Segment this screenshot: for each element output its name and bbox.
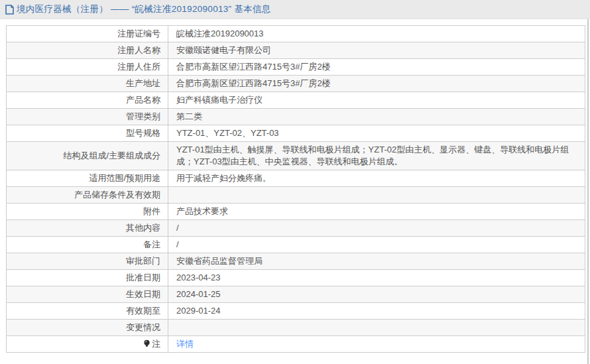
row-label: 附件 xyxy=(7,204,168,220)
row-label: 产品储存条件及有效期 xyxy=(7,187,168,204)
row-value: 2024-01-25 xyxy=(168,286,585,303)
device-info-table: 注册证编号 皖械注准20192090013 注册人名称 安徽颐诺健电子有限公司 … xyxy=(6,25,585,353)
row-value: 用于减轻产妇分娩疼痛。 xyxy=(168,170,585,187)
row-value xyxy=(168,320,585,336)
row-value: 2029-01-24 xyxy=(168,303,585,320)
row-label: 结构及组成/主要组成成分 xyxy=(7,142,168,170)
table-row: 生效日期 2024-01-25 xyxy=(7,286,585,303)
table-row: 注册人住所 合肥市高新区望江西路4715号3#厂房2楼 xyxy=(7,59,585,76)
row-label: 注 xyxy=(7,336,168,353)
document-icon xyxy=(5,5,14,15)
registration-detail-page: 境内医疗器械（注册） —— “皖械注准20192090013” 基本信息 注册证… xyxy=(0,0,590,364)
row-value: 合肥市高新区望江西路4715号3#厂房2楼 xyxy=(168,76,585,92)
table-row: 结构及组成/主要组成成分 YZT-01型由主机、触摸屏、导联线和电极片组成；YZ… xyxy=(7,142,585,170)
table-row: 变更情况 xyxy=(7,320,585,336)
row-value: 详情 xyxy=(168,336,585,353)
row-value: 产品技术要求 xyxy=(168,204,585,220)
row-value: YTZ-01、YZT-02、YZT-03 xyxy=(168,125,585,142)
table-row: 其他内容 / xyxy=(7,220,585,237)
row-label: 生效日期 xyxy=(7,286,168,303)
row-label: 注册人名称 xyxy=(7,42,168,59)
row-label: 审批部门 xyxy=(7,253,168,270)
table-row: 产品名称 妇产科镇痛电子治疗仪 xyxy=(7,92,585,109)
row-value: YZT-01型由主机、触摸屏、导联线和电极片组成；YZT-02型由主机、显示器、… xyxy=(168,142,585,170)
row-value: 合肥市高新区望江西路4715号3#厂房2楼 xyxy=(168,59,585,76)
note-label: 注 xyxy=(152,339,160,349)
row-value: 安徽省药品监督管理局 xyxy=(168,253,585,270)
row-label: 注册人住所 xyxy=(7,59,168,76)
row-label: 备注 xyxy=(7,237,168,253)
info-table-container: 注册证编号 皖械注准20192090013 注册人名称 安徽颐诺健电子有限公司 … xyxy=(0,19,590,353)
row-label: 批准日期 xyxy=(7,270,168,286)
table-row: 审批部门 安徽省药品监督管理局 xyxy=(7,253,585,270)
row-label: 管理类别 xyxy=(7,109,168,125)
row-label: 适用范围/预期用途 xyxy=(7,170,168,187)
table-row: 注册证编号 皖械注准20192090013 xyxy=(7,26,585,42)
table-row: 产品储存条件及有效期 xyxy=(7,187,585,204)
table-row: 管理类别 第二类 xyxy=(7,109,585,125)
row-value: 妇产科镇痛电子治疗仪 xyxy=(168,92,585,109)
table-row: 附件 产品技术要求 xyxy=(7,204,585,220)
page-header: 境内医疗器械（注册） —— “皖械注准20192090013” 基本信息 xyxy=(0,0,590,19)
row-label: 生产地址 xyxy=(7,76,168,92)
lightbulb-icon xyxy=(143,339,150,348)
row-value xyxy=(168,187,585,204)
row-label: 变更情况 xyxy=(7,320,168,336)
row-label: 产品名称 xyxy=(7,92,168,109)
row-label: 有效期至 xyxy=(7,303,168,320)
table-row: 注 详情 xyxy=(7,336,585,353)
page-right-edge xyxy=(587,19,589,364)
row-value: 安徽颐诺健电子有限公司 xyxy=(168,42,585,59)
table-row: 适用范围/预期用途 用于减轻产妇分娩疼痛。 xyxy=(7,170,585,187)
row-value: / xyxy=(168,237,585,253)
row-label: 注册证编号 xyxy=(7,26,168,42)
table-row: 注册人名称 安徽颐诺健电子有限公司 xyxy=(7,42,585,59)
row-label: 其他内容 xyxy=(7,220,168,237)
table-row: 备注 / xyxy=(7,237,585,253)
page-title: 境内医疗器械（注册） —— “皖械注准20192090013” 基本信息 xyxy=(17,3,271,15)
table-row: 有效期至 2029-01-24 xyxy=(7,303,585,320)
row-value: 2023-04-23 xyxy=(168,270,585,286)
table-row: 型号规格 YTZ-01、YZT-02、YZT-03 xyxy=(7,125,585,142)
row-label: 型号规格 xyxy=(7,125,168,142)
row-value: 皖械注准20192090013 xyxy=(168,26,585,42)
row-value: 第二类 xyxy=(168,109,585,125)
table-row: 生产地址 合肥市高新区望江西路4715号3#厂房2楼 xyxy=(7,76,585,92)
table-row: 批准日期 2023-04-23 xyxy=(7,270,585,286)
row-value: / xyxy=(168,220,585,237)
detail-link[interactable]: 详情 xyxy=(176,339,194,349)
